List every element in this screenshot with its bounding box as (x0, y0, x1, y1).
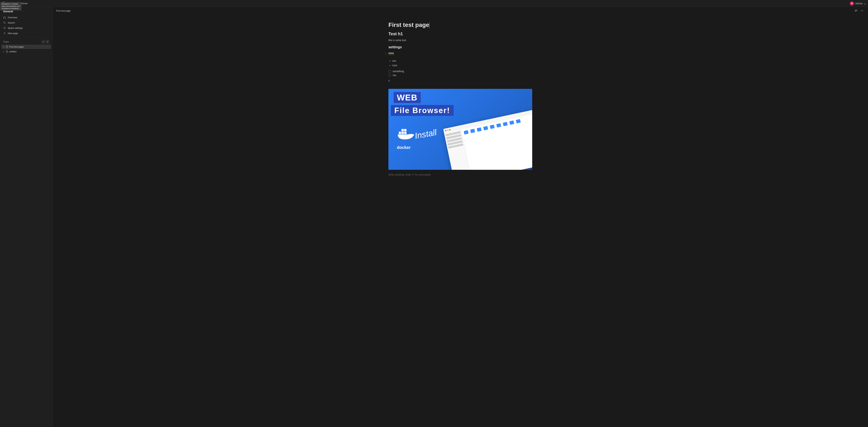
svg-point-6 (43, 41, 43, 42)
sidebar-item-label: Space settings (8, 27, 23, 29)
svg-point-20 (386, 54, 386, 54)
search-icon (3, 21, 6, 24)
editor[interactable]: First test page Test h1 this is some tex… (389, 22, 532, 413)
topbar: Docmost Home Breakdance | Header https:/… (0, 0, 868, 7)
comments-button[interactable] (854, 8, 859, 13)
nav-home[interactable]: Home (21, 2, 28, 5)
pages-label: Pages (3, 40, 9, 43)
drag-handle-icon[interactable] (384, 52, 387, 55)
sidebar-item-label: New page (8, 32, 18, 35)
tooltip-line3: breakdance=builder&i... (2, 7, 20, 10)
task-item[interactable]: sss (389, 74, 532, 77)
svg-rect-22 (401, 132, 404, 134)
user-menu[interactable]: BI bitdoze (850, 1, 866, 6)
svg-line-1 (5, 23, 6, 24)
gear-icon (3, 27, 6, 29)
image-install-text: Install (414, 127, 437, 141)
page-tree-label: untitled (9, 50, 17, 53)
svg-point-15 (385, 53, 385, 53)
paragraph[interactable]: s (389, 79, 532, 82)
home-icon (3, 16, 6, 19)
breadcrumb[interactable]: First test page (56, 9, 70, 12)
svg-point-14 (863, 10, 863, 11)
image-title-1: WEB (394, 92, 421, 103)
page-title[interactable]: First test page (389, 22, 532, 28)
task-item[interactable]: something (389, 70, 532, 73)
svg-point-12 (861, 10, 861, 11)
svg-point-18 (386, 53, 386, 54)
pages-add-button[interactable] (46, 40, 49, 44)
caret-right-icon[interactable] (3, 46, 5, 48)
svg-rect-25 (404, 129, 406, 131)
sidebar: General Overview Search Space settings N… (0, 7, 53, 427)
bullet-list[interactable]: sss ssss (389, 59, 532, 67)
editor-scroll[interactable]: First test page Test h1 this is some tex… (53, 15, 868, 427)
editor-placeholder[interactable]: Write anything. Enter "/" for commands (389, 173, 532, 176)
more-button[interactable] (860, 8, 865, 13)
task-label: sss (393, 74, 396, 77)
svg-point-7 (44, 41, 44, 42)
image-docker-text: docker (397, 145, 411, 150)
docker-whale-icon (397, 126, 416, 142)
page-tree-item[interactable]: First test page (1, 45, 51, 49)
svg-point-13 (862, 10, 862, 11)
text-block[interactable]: ssss (389, 52, 532, 54)
caret-right-icon[interactable] (3, 51, 5, 53)
list-item[interactable]: ssss (392, 64, 532, 67)
sidebar-item-label: Search (8, 22, 15, 24)
file-icon (6, 50, 8, 53)
main: First test page First test page Test h1 … (53, 7, 868, 427)
page-tree-label: First test page (9, 46, 24, 48)
svg-point-0 (4, 22, 5, 23)
chevron-down-icon (864, 3, 866, 4)
svg-rect-21 (399, 132, 401, 134)
plus-icon (3, 32, 6, 35)
checkbox[interactable] (389, 74, 391, 76)
page-tree-item[interactable]: untitled (1, 49, 51, 54)
sidebar-item-new-page[interactable]: New page (1, 31, 51, 36)
file-icon (6, 46, 8, 48)
tooltip-line2: https://www.bitdoze.ro/? (2, 5, 20, 7)
file-browser-mockup (443, 110, 532, 170)
embedded-image[interactable]: WEB File Browser! Install docker (389, 89, 532, 170)
side-nav: Overview Search Space settings New page (1, 15, 51, 36)
task-list[interactable]: something sss (389, 70, 532, 77)
svg-rect-23 (404, 132, 406, 134)
page-tree: First test page untitled (1, 45, 51, 54)
sidebar-item-overview[interactable]: Overview (1, 15, 51, 20)
bold-text: ssss (389, 52, 394, 54)
svg-point-5 (42, 41, 43, 42)
image-title-2: File Browser! (391, 105, 454, 116)
svg-point-19 (385, 54, 385, 54)
sidebar-item-settings[interactable]: Space settings (1, 25, 51, 30)
heading-1[interactable]: Test h1 (389, 31, 532, 36)
avatar: BI (850, 1, 854, 6)
paragraph[interactable]: this is some text (389, 39, 532, 41)
checkbox[interactable] (389, 70, 391, 73)
heading-2[interactable]: settings (389, 45, 532, 49)
svg-point-17 (385, 53, 385, 54)
svg-point-2 (4, 28, 5, 28)
pages-more-button[interactable] (41, 40, 45, 44)
task-label: something (393, 70, 404, 73)
svg-point-16 (386, 53, 386, 53)
browser-tooltip: Breakdance | Header https://www.bitdoze.… (0, 2, 21, 10)
pages-header: Pages (1, 37, 51, 45)
list-item[interactable]: sss (392, 59, 532, 62)
tooltip-line1: Breakdance | Header (2, 3, 20, 5)
username: bitdoze (856, 2, 863, 5)
sidebar-item-search[interactable]: Search (1, 20, 51, 25)
content-header: First test page (53, 7, 868, 15)
pages-actions (41, 40, 49, 44)
svg-rect-24 (401, 129, 404, 131)
sidebar-item-label: Overview (8, 16, 17, 19)
header-actions (854, 8, 865, 13)
